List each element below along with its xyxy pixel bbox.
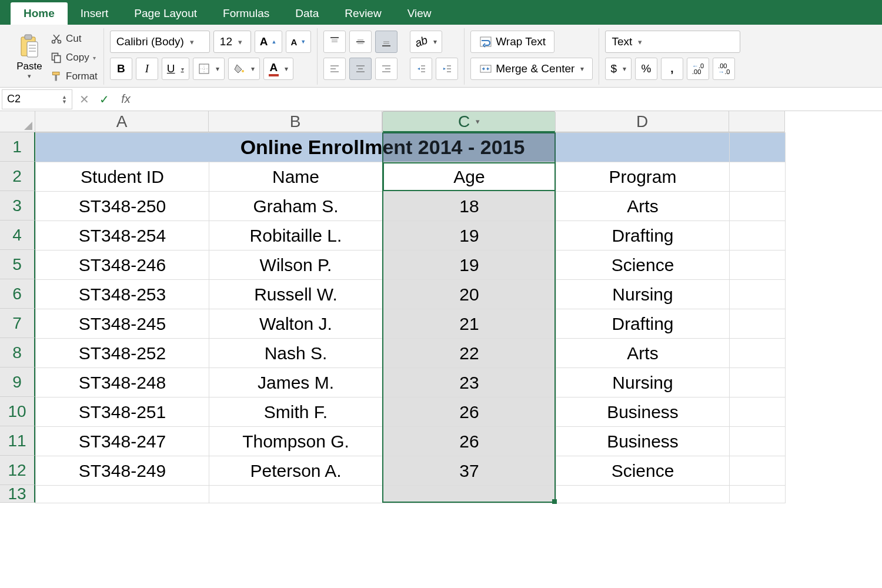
increase-decimal-button[interactable]: ←.0.00 — [687, 58, 709, 80]
row-header-8[interactable]: 8 — [0, 338, 35, 368]
cell-D5[interactable]: Science — [556, 250, 730, 280]
ribbon-tab-review[interactable]: Review — [332, 2, 394, 25]
cell-B10[interactable]: Smith F. — [209, 397, 383, 427]
cell-A3[interactable]: ST348-250 — [36, 192, 209, 221]
row-header-9[interactable]: 9 — [0, 368, 35, 397]
row-header-7[interactable]: 7 — [0, 309, 35, 338]
grow-font-button[interactable]: A▲ — [255, 31, 282, 53]
row-header-1[interactable]: 1 — [0, 132, 35, 162]
cell-D9[interactable]: Nursing — [556, 368, 730, 397]
row-header-5[interactable]: 5 — [0, 250, 35, 279]
cell-A12[interactable]: ST348-249 — [36, 456, 209, 486]
header-cell-program[interactable]: Program — [556, 162, 730, 192]
font-color-button[interactable]: A — [263, 58, 294, 80]
format-painter-button[interactable]: Format — [51, 68, 98, 85]
header-cell-age[interactable]: Age — [383, 162, 556, 192]
row-header-6[interactable]: 6 — [0, 279, 35, 309]
align-bottom-button[interactable] — [375, 31, 397, 53]
row-header-2[interactable]: 2 — [0, 162, 35, 191]
row-header-13[interactable]: 13 — [0, 485, 35, 503]
percent-format-button[interactable]: % — [635, 58, 657, 80]
cell-C6[interactable]: 20 — [383, 280, 556, 309]
cell-E13[interactable] — [730, 486, 786, 503]
cell-B8[interactable]: Nash S. — [209, 339, 383, 368]
wrap-text-button[interactable]: Wrap Text — [470, 31, 554, 53]
cell-B13[interactable] — [209, 486, 383, 503]
row-header-12[interactable]: 12 — [0, 456, 35, 485]
cell-A7[interactable]: ST348-245 — [36, 309, 209, 339]
align-right-button[interactable] — [375, 58, 397, 80]
increase-indent-button[interactable] — [436, 58, 458, 80]
cell-C10[interactable]: 26 — [383, 397, 556, 427]
underline-button[interactable]: U▾ — [162, 58, 189, 80]
font-size-select[interactable]: 12 — [213, 31, 251, 53]
header-cell-student-id[interactable]: Student ID — [36, 162, 209, 192]
column-header-B[interactable]: B — [209, 111, 382, 132]
cell-C8[interactable]: 22 — [383, 339, 556, 368]
cell-D3[interactable]: Arts — [556, 192, 730, 221]
cell-B11[interactable]: Thompson G. — [209, 427, 383, 456]
cell-D7[interactable]: Drafting — [556, 309, 730, 339]
ribbon-tab-formulas[interactable]: Formulas — [210, 2, 282, 25]
cell-C4[interactable]: 19 — [383, 221, 556, 250]
row-header-3[interactable]: 3 — [0, 191, 35, 220]
cell-D6[interactable]: Nursing — [556, 280, 730, 309]
cell-E8[interactable] — [730, 339, 786, 368]
cell-D11[interactable]: Business — [556, 427, 730, 456]
cell-C13[interactable] — [383, 486, 556, 503]
align-left-button[interactable] — [323, 58, 346, 80]
cell-C7[interactable]: 21 — [383, 309, 556, 339]
fill-color-button[interactable] — [228, 58, 260, 80]
cell-E7[interactable] — [730, 309, 786, 339]
align-top-button[interactable] — [323, 31, 346, 53]
merge-center-button[interactable]: Merge & Center — [470, 58, 593, 80]
spreadsheet-grid[interactable]: 12345678910111213 ABCD Online Enrollment… — [0, 111, 882, 588]
cell-B6[interactable]: Russell W. — [209, 280, 383, 309]
cell-E3[interactable] — [730, 192, 786, 221]
select-all-corner[interactable] — [0, 111, 35, 132]
ribbon-tab-home[interactable]: Home — [11, 2, 68, 25]
cell-E10[interactable] — [730, 397, 786, 427]
cell-E1[interactable] — [730, 133, 786, 162]
cell-E9[interactable] — [730, 368, 786, 397]
paste-button[interactable]: Paste ▾ — [12, 28, 47, 82]
cell-C5[interactable]: 19 — [383, 250, 556, 280]
formula-input[interactable] — [138, 88, 882, 111]
cell-A13[interactable] — [36, 486, 209, 503]
ribbon-tab-insert[interactable]: Insert — [68, 2, 122, 25]
cell-D4[interactable]: Drafting — [556, 221, 730, 250]
cell-A5[interactable]: ST348-246 — [36, 250, 209, 280]
cell-A11[interactable]: ST348-247 — [36, 427, 209, 456]
name-box[interactable]: C2 ▲▼ — [2, 89, 72, 109]
cell-A6[interactable]: ST348-253 — [36, 280, 209, 309]
column-header-C[interactable]: C — [382, 111, 556, 132]
cell-E2[interactable] — [730, 162, 786, 192]
fx-icon[interactable]: fx — [114, 92, 138, 106]
row-header-10[interactable]: 10 — [0, 397, 35, 426]
comma-format-button[interactable]: , — [661, 58, 683, 80]
header-cell-name[interactable]: Name — [209, 162, 383, 192]
column-header-D[interactable]: D — [556, 111, 729, 132]
copy-button[interactable]: Copy ▾ — [51, 49, 98, 66]
cell-E12[interactable] — [730, 456, 786, 486]
cell-E11[interactable] — [730, 427, 786, 456]
cell-D12[interactable]: Science — [556, 456, 730, 486]
cell-B9[interactable]: James M. — [209, 368, 383, 397]
font-name-select[interactable]: Calibri (Body) — [110, 31, 210, 53]
cancel-formula-button[interactable]: ✕ — [74, 92, 94, 106]
cell-D13[interactable] — [556, 486, 730, 503]
italic-button[interactable]: I — [136, 58, 158, 80]
align-center-button[interactable] — [349, 58, 372, 80]
shrink-font-button[interactable]: A▼ — [286, 31, 312, 53]
number-format-select[interactable]: Text — [605, 31, 740, 53]
cell-A10[interactable]: ST348-251 — [36, 397, 209, 427]
borders-button[interactable] — [193, 58, 225, 80]
row-header-11[interactable]: 11 — [0, 426, 35, 456]
align-middle-button[interactable] — [349, 31, 372, 53]
orientation-button[interactable]: ab — [410, 31, 442, 53]
cell-E4[interactable] — [730, 221, 786, 250]
cell-B7[interactable]: Walton J. — [209, 309, 383, 339]
decrease-decimal-button[interactable]: .00→.0 — [713, 58, 735, 80]
title-cell[interactable]: Online Enrollment 2014 - 2015 — [36, 133, 730, 162]
cell-E6[interactable] — [730, 280, 786, 309]
